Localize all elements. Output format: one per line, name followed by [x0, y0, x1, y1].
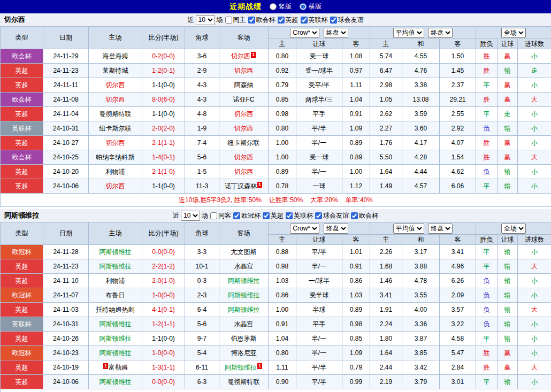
- home-team-cell[interactable]: 布鲁日: [89, 288, 142, 303]
- home-team-cell[interactable]: 切尔西: [89, 179, 142, 194]
- home-team-cell[interactable]: 托特纳姆热刺: [89, 303, 142, 317]
- home-team-cell[interactable]: 阿斯顿维拉: [89, 259, 142, 274]
- away-team-name[interactable]: 切尔西: [234, 168, 254, 175]
- away-team-name[interactable]: 水晶宫: [234, 320, 254, 328]
- home-team-cell[interactable]: 曼彻斯特联: [89, 107, 142, 121]
- same-venue-option[interactable]: 同主: [225, 16, 246, 25]
- away-team-cell[interactable]: 切尔西1: [219, 49, 269, 64]
- home-team-cell[interactable]: 阿斯顿维拉: [89, 332, 142, 346]
- away-team-cell[interactable]: 阿斯顿维拉: [219, 288, 269, 303]
- away-team-cell[interactable]: 水晶宫: [219, 317, 269, 332]
- away-team-name[interactable]: 诺丁汉森林: [225, 182, 257, 190]
- away-team-name[interactable]: 切尔西: [234, 67, 254, 74]
- away-team-name[interactable]: 阿斯顿维拉: [225, 364, 257, 371]
- same-venue-checkbox[interactable]: [225, 17, 232, 24]
- away-team-cell[interactable]: 纽卡斯尔联: [219, 136, 269, 150]
- result-scope-select[interactable]: 全场: [501, 28, 526, 38]
- same-venue-option[interactable]: 同客: [210, 211, 231, 220]
- home-team-name[interactable]: 帕纳辛纳科斯: [96, 153, 135, 161]
- away-team-name[interactable]: 切尔西: [234, 125, 254, 132]
- home-team-name[interactable]: 海登海姆: [103, 52, 128, 60]
- league-checkbox[interactable]: [351, 212, 358, 219]
- avg-stage-select[interactable]: 终盘: [428, 224, 453, 234]
- away-team-name[interactable]: 水晶宫: [234, 263, 254, 270]
- away-team-name[interactable]: 切尔西: [234, 153, 254, 161]
- home-team-name[interactable]: 阿斯顿维拉: [100, 263, 132, 270]
- league-checkbox[interactable]: [286, 212, 293, 219]
- home-team-cell[interactable]: 1富勒姆: [89, 360, 142, 375]
- home-team-name[interactable]: 布鲁日: [106, 291, 125, 299]
- home-team-name[interactable]: 切尔西: [106, 96, 125, 103]
- home-team-cell[interactable]: 阿斯顿维拉: [89, 245, 142, 259]
- home-team-name[interactable]: 曼彻斯特联: [100, 110, 132, 118]
- home-team-name[interactable]: 切尔西: [106, 182, 125, 190]
- home-team-cell[interactable]: 帕纳辛纳科斯: [89, 150, 142, 165]
- home-team-name[interactable]: 阿斯顿维拉: [100, 378, 132, 386]
- avg-source-select[interactable]: 平均值: [393, 224, 424, 234]
- home-team-name[interactable]: 利物浦: [106, 168, 125, 175]
- league-filter-option[interactable]: 球会友谊: [315, 211, 349, 220]
- league-checkbox[interactable]: [263, 212, 270, 219]
- home-team-name[interactable]: 阿斯顿维拉: [100, 320, 132, 328]
- home-team-cell[interactable]: 阿斯顿维拉: [89, 346, 142, 360]
- away-team-cell[interactable]: 博洛尼亚: [219, 346, 269, 360]
- league-checkbox[interactable]: [248, 17, 255, 24]
- home-team-cell[interactable]: 利物浦: [89, 274, 142, 288]
- layout-vertical-radio[interactable]: [270, 3, 277, 10]
- home-team-cell[interactable]: 阿斯顿维拉: [89, 375, 142, 389]
- away-team-name[interactable]: 阿斯顿维拉: [228, 277, 260, 285]
- away-team-name[interactable]: 阿森纳: [234, 81, 254, 89]
- away-team-cell[interactable]: 切尔西: [219, 64, 269, 78]
- home-team-cell[interactable]: 切尔西: [89, 136, 142, 150]
- avg-source-select[interactable]: 平均值: [393, 28, 424, 38]
- league-filter-option[interactable]: 欧会杯: [350, 211, 378, 220]
- league-filter-option[interactable]: 球会友谊: [330, 16, 364, 25]
- away-team-cell[interactable]: 切尔西: [219, 150, 269, 165]
- away-team-cell[interactable]: 水晶宫: [219, 259, 269, 274]
- league-filter-option[interactable]: 欧会杯: [248, 16, 276, 25]
- layout-horizontal-option[interactable]: 横版: [299, 2, 322, 11]
- away-team-name[interactable]: 曼彻斯特联: [228, 378, 260, 386]
- league-checkbox[interactable]: [330, 17, 337, 24]
- away-team-cell[interactable]: 阿斯顿维拉1: [219, 360, 269, 375]
- away-team-cell[interactable]: 诺亚FC: [219, 93, 269, 107]
- home-team-cell[interactable]: 莱斯特城: [89, 64, 142, 78]
- league-checkbox[interactable]: [301, 17, 308, 24]
- odds-source-select[interactable]: Crow*: [290, 28, 319, 38]
- home-team-cell[interactable]: 切尔西: [89, 78, 142, 93]
- away-team-cell[interactable]: 曼彻斯特联: [219, 375, 269, 389]
- home-team-cell[interactable]: 海登海姆: [89, 49, 142, 64]
- away-team-name[interactable]: 博洛尼亚: [231, 349, 257, 357]
- odds-stage-select[interactable]: 终盘: [324, 224, 348, 234]
- odds-stage-select[interactable]: 终盘: [324, 28, 348, 38]
- home-team-cell[interactable]: 切尔西: [89, 93, 142, 107]
- home-team-name[interactable]: 阿斯顿维拉: [100, 349, 132, 357]
- away-team-name[interactable]: 伯恩茅斯: [231, 335, 257, 342]
- away-team-cell[interactable]: 切尔西: [219, 165, 269, 179]
- avg-stage-select[interactable]: 终盘: [428, 28, 453, 38]
- home-team-name[interactable]: 阿斯顿维拉: [100, 248, 132, 256]
- league-checkbox[interactable]: [233, 212, 240, 219]
- league-filter-option[interactable]: 欧冠杯: [233, 211, 261, 220]
- away-team-name[interactable]: 阿斯顿维拉: [228, 291, 260, 299]
- away-team-cell[interactable]: 阿斯顿维拉: [219, 303, 269, 317]
- home-team-name[interactable]: 富勒姆: [109, 364, 128, 371]
- away-team-name[interactable]: 纽卡斯尔联: [228, 139, 260, 147]
- away-team-cell[interactable]: 切尔西: [219, 121, 269, 136]
- odds-source-select[interactable]: Crow*: [290, 224, 319, 234]
- away-team-name[interactable]: 阿斯顿维拉: [228, 306, 260, 313]
- recent-count-select[interactable]: 10: [196, 15, 215, 25]
- away-team-cell[interactable]: 伯恩茅斯: [219, 332, 269, 346]
- home-team-name[interactable]: 阿斯顿维拉: [100, 335, 132, 342]
- league-filter-option[interactable]: 英超: [277, 16, 299, 25]
- away-team-cell[interactable]: 尤文图斯: [219, 245, 269, 259]
- home-team-name[interactable]: 莱斯特城: [103, 67, 128, 74]
- home-team-cell[interactable]: 阿斯顿维拉: [89, 317, 142, 332]
- home-team-name[interactable]: 纽卡斯尔联: [100, 125, 132, 132]
- away-team-name[interactable]: 尤文图斯: [231, 248, 257, 256]
- home-team-name[interactable]: 切尔西: [106, 81, 125, 89]
- away-team-cell[interactable]: 诺丁汉森林1: [219, 179, 269, 194]
- home-team-cell[interactable]: 纽卡斯尔联: [89, 121, 142, 136]
- away-team-name[interactable]: 切尔西: [231, 52, 250, 60]
- home-team-name[interactable]: 切尔西: [106, 139, 125, 147]
